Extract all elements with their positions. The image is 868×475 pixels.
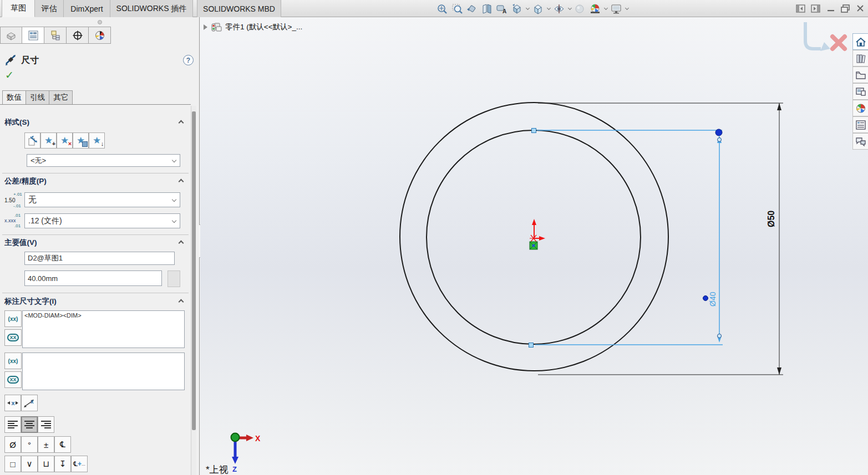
ribbon-tab-evaluate[interactable]: 评估	[35, 0, 64, 17]
align-center-button[interactable]	[21, 416, 38, 433]
apply-scene-dropdown[interactable]	[603, 2, 608, 16]
view-settings-dropdown[interactable]	[625, 2, 629, 16]
ok-check-icon[interactable]: ✓	[5, 69, 14, 81]
style-delete-button[interactable]: ★×	[57, 132, 73, 149]
primary-value-section-header[interactable]: 主要值(V)	[0, 237, 191, 249]
dimension-text-area[interactable]: <MOD-DIAM><DIM>	[22, 310, 185, 348]
forum-icon[interactable]	[852, 133, 868, 150]
pm-scrollbar[interactable]	[191, 106, 196, 475]
view-orientation-dropdown[interactable]	[525, 2, 530, 16]
help-icon[interactable]: ?	[183, 55, 194, 65]
oval-text-button-2[interactable]: XX	[4, 371, 22, 388]
dimension-text-area-2[interactable]	[22, 353, 185, 390]
precision-dropdown[interactable]: .12 (文件)	[24, 213, 180, 228]
view-settings-icon[interactable]	[610, 2, 623, 16]
collapse-pane-left-button[interactable]	[794, 2, 807, 14]
close-icon[interactable]	[854, 2, 867, 14]
dimension-value-field[interactable]	[24, 270, 162, 286]
minimize-button[interactable]	[824, 2, 837, 14]
align-left-button[interactable]	[4, 416, 21, 433]
annotation-view-icon[interactable]: A	[495, 2, 509, 16]
plus-minus-symbol-button[interactable]: ±	[38, 436, 54, 453]
angular-text-button[interactable]: x	[21, 395, 38, 411]
hide-show-dropdown[interactable]	[567, 2, 572, 16]
divider	[2, 234, 189, 235]
style-default-button[interactable]	[24, 132, 40, 149]
horizontal-text-button[interactable]: x	[4, 395, 21, 411]
display-style-icon[interactable]	[531, 2, 545, 16]
centerline-symbol-button[interactable]: ℄	[54, 436, 71, 453]
cancel-sketch-icon[interactable]	[833, 37, 845, 49]
design-library-icon[interactable]	[852, 50, 868, 67]
paren-text-button[interactable]: (xx)	[4, 310, 22, 327]
value-spinner[interactable]	[167, 270, 180, 287]
appearances-tab[interactable]	[89, 27, 111, 44]
arrow-handle-bottom[interactable]	[718, 334, 722, 338]
display-style-dropdown[interactable]	[546, 2, 551, 16]
zoom-to-area-icon[interactable]	[450, 2, 464, 16]
counterbore-symbol-button[interactable]: ⊔	[38, 456, 54, 472]
panel-splitter-dot[interactable]	[98, 20, 102, 24]
exit-sketch-arrow[interactable]	[820, 42, 830, 51]
style-dropdown[interactable]: <无>	[27, 154, 180, 167]
degree-symbol-button[interactable]: °	[21, 436, 38, 453]
restore-button[interactable]	[839, 2, 852, 14]
dimension-d50[interactable]: Ø50	[538, 103, 783, 375]
depth-symbol-button[interactable]: ↧	[54, 456, 71, 472]
tab-numeric[interactable]: 数值	[2, 90, 26, 105]
center-point-selected[interactable]	[530, 242, 537, 249]
graphics-viewport[interactable]: 零件1 (默认<<默认>_... Ø50	[200, 17, 868, 475]
triad-x-label: X	[255, 434, 261, 443]
tab-leaders[interactable]: 引线	[26, 90, 49, 105]
dimension-icon	[4, 54, 19, 67]
part-tab[interactable]	[0, 27, 22, 44]
edit-appearance-icon[interactable]	[573, 2, 587, 16]
ribbon-tab-dimxpert[interactable]: DimXpert	[64, 0, 110, 17]
section-view-icon[interactable]	[480, 2, 494, 16]
style-add-button[interactable]: ★+	[40, 132, 57, 149]
tolerance-type-dropdown[interactable]: 无	[24, 192, 180, 207]
quadrant-handle-top[interactable]	[532, 129, 536, 133]
ribbon-tab-addins[interactable]: SOLIDWORKS 插件	[110, 0, 193, 17]
diameter-symbol-button[interactable]: Ø	[4, 436, 21, 453]
text-drag-grip[interactable]	[703, 296, 708, 301]
collapse-pane-right-button[interactable]	[809, 2, 822, 14]
tolerance-section-header[interactable]: 公差/精度(P)	[0, 175, 191, 187]
configurations-tab[interactable]	[44, 27, 67, 44]
confirmation-corner	[805, 22, 845, 51]
exit-sketch-icon[interactable]	[805, 22, 821, 49]
pm-scrollbar-thumb[interactable]	[192, 111, 196, 430]
sketch-origin[interactable]	[530, 219, 545, 242]
style-load-button[interactable]: ★↓	[89, 132, 105, 149]
countersink-symbol-button[interactable]: ∨	[21, 456, 38, 472]
hide-show-items-icon[interactable]	[552, 2, 566, 16]
ribbon-tab-mbd[interactable]: SOLIDWORKS MBD	[197, 0, 281, 17]
view-palette-icon[interactable]	[852, 83, 868, 100]
custom-properties-icon[interactable]	[852, 116, 868, 133]
dimxpert-tab[interactable]	[67, 27, 89, 44]
paren-text-button-2[interactable]: (xx)	[4, 353, 22, 369]
ribbon-tab-sketch[interactable]: 草图	[2, 0, 35, 17]
view-orientation-icon[interactable]	[510, 2, 524, 16]
property-manager-tab[interactable]	[22, 27, 44, 44]
appearances-icon[interactable]	[852, 100, 868, 116]
previous-view-icon[interactable]	[465, 2, 479, 16]
more-symbols-button[interactable]: ℄+...	[71, 456, 88, 472]
dimension-name-field[interactable]	[24, 252, 175, 265]
oval-text-button[interactable]: XX	[4, 329, 22, 346]
square-symbol-button[interactable]: □	[4, 456, 21, 472]
style-section-header[interactable]: 样式(S)	[0, 116, 191, 129]
sketch-canvas[interactable]: Ø50 Ø40	[200, 17, 868, 475]
align-right-button[interactable]	[38, 416, 54, 433]
file-explorer-icon[interactable]	[852, 67, 868, 83]
home-icon[interactable]	[852, 33, 868, 50]
tab-other[interactable]: 其它	[49, 90, 73, 105]
style-save-button[interactable]: ★	[73, 132, 89, 149]
dimension-text-section-header[interactable]: 标注尺寸文字(I)	[0, 295, 191, 308]
dimension-d40-selected[interactable]: Ø40	[529, 129, 723, 348]
arrow-handle-top[interactable]	[718, 138, 722, 142]
quadrant-handle-bottom[interactable]	[529, 343, 534, 348]
dimension-grip-top[interactable]	[715, 129, 722, 136]
apply-scene-icon[interactable]	[588, 2, 602, 16]
zoom-to-fit-icon[interactable]	[435, 2, 449, 16]
